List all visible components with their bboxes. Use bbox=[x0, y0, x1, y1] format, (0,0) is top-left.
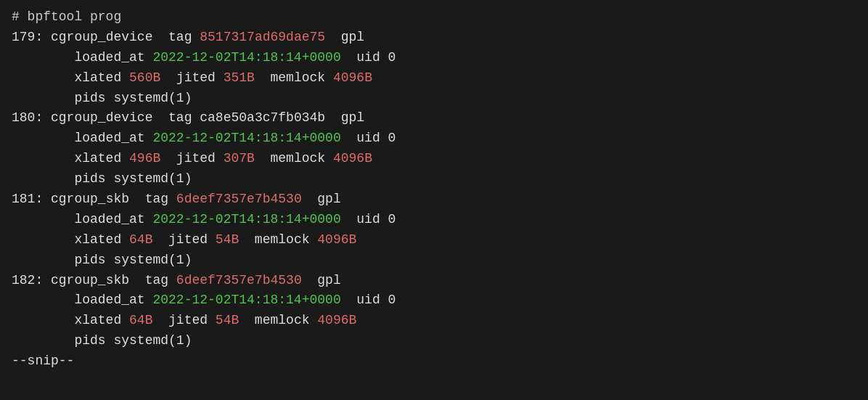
terminal-text: systemd(1) bbox=[113, 253, 192, 267]
terminal-line: 182: cgroup_skb tag 6deef7357e7b4530 gpl bbox=[12, 271, 856, 291]
terminal-text: 496B bbox=[129, 151, 160, 166]
terminal-line: pids systemd(1) bbox=[12, 331, 856, 351]
terminal-text: cgroup_skb bbox=[51, 192, 129, 206]
terminal-text: jited bbox=[152, 232, 215, 247]
terminal-text: tag bbox=[152, 30, 200, 44]
terminal-text: 54B bbox=[216, 232, 239, 247]
terminal-line: 180: cgroup_device tag ca8e50a3c7fb034b … bbox=[12, 108, 856, 128]
terminal-line: xlated 496B jited 307B memlock 4096B bbox=[12, 149, 856, 169]
terminal-text: xlated bbox=[12, 151, 129, 166]
terminal-text: gpl bbox=[302, 192, 341, 206]
terminal-text: memlock bbox=[239, 232, 317, 247]
terminal-text: gpl bbox=[302, 273, 341, 287]
terminal-text: 2022-12-02T14:18:14+0000 bbox=[152, 50, 340, 65]
terminal-text: 4096B bbox=[333, 151, 372, 166]
terminal-text: 54B bbox=[216, 313, 239, 327]
terminal-text: 0 bbox=[388, 212, 396, 226]
terminal-line: xlated 64B jited 54B memlock 4096B bbox=[12, 311, 856, 331]
terminal-text: gpl bbox=[325, 110, 364, 125]
terminal-text: 2022-12-02T14:18:14+0000 bbox=[152, 212, 340, 226]
terminal-text: loaded_at bbox=[12, 50, 152, 65]
terminal-text: jited bbox=[160, 70, 223, 85]
terminal-text: systemd(1) bbox=[113, 91, 192, 105]
terminal-text: loaded_at bbox=[12, 212, 152, 226]
terminal-text: systemd(1) bbox=[113, 333, 192, 348]
terminal-line: xlated 64B jited 54B memlock 4096B bbox=[12, 230, 856, 250]
terminal-text: memlock bbox=[239, 313, 317, 327]
terminal-line: loaded_at 2022-12-02T14:18:14+0000 uid 0 bbox=[12, 290, 856, 311]
terminal-text: 64B bbox=[129, 232, 152, 247]
terminal-text: pids bbox=[12, 253, 113, 267]
terminal-text: cgroup_device bbox=[51, 110, 152, 125]
terminal-text: 180: bbox=[12, 110, 51, 125]
terminal-text: pids bbox=[12, 171, 113, 186]
terminal-text: 307B bbox=[224, 151, 255, 166]
terminal-text: 8517317ad69dae75 bbox=[200, 30, 325, 44]
terminal-text: jited bbox=[152, 313, 215, 327]
terminal-text: 4096B bbox=[333, 70, 372, 85]
terminal-line: loaded_at 2022-12-02T14:18:14+0000 uid 0 bbox=[12, 210, 856, 230]
terminal-text: loaded_at bbox=[12, 131, 152, 145]
terminal-text: memlock bbox=[255, 151, 333, 166]
terminal-text: tag bbox=[129, 273, 176, 287]
terminal-text: ca8e50a3c7fb034b bbox=[200, 110, 325, 125]
terminal-line: 179: cgroup_device tag 8517317ad69dae75 … bbox=[12, 28, 856, 48]
terminal-line: loaded_at 2022-12-02T14:18:14+0000 uid 0 bbox=[12, 48, 856, 68]
terminal-line: loaded_at 2022-12-02T14:18:14+0000 uid 0 bbox=[12, 128, 856, 149]
terminal-text: 351B bbox=[224, 70, 255, 85]
terminal-line: 181: cgroup_skb tag 6deef7357e7b4530 gpl bbox=[12, 189, 856, 210]
terminal-text: 6deef7357e7b4530 bbox=[176, 192, 302, 206]
terminal-text: gpl bbox=[325, 30, 364, 44]
terminal-text: 2022-12-02T14:18:14+0000 bbox=[152, 131, 340, 145]
terminal-text: cgroup_device bbox=[51, 30, 152, 44]
terminal-text: 560B bbox=[129, 70, 160, 85]
terminal-line: --snip-- bbox=[12, 351, 856, 372]
terminal-line: pids systemd(1) bbox=[12, 89, 856, 109]
terminal-text: uid bbox=[341, 212, 388, 226]
terminal-text: xlated bbox=[12, 70, 129, 85]
terminal-text: 2022-12-02T14:18:14+0000 bbox=[152, 293, 340, 307]
terminal-text: 6deef7357e7b4530 bbox=[176, 273, 302, 287]
terminal-text: cgroup_skb bbox=[51, 273, 129, 287]
terminal-text: 182: bbox=[12, 273, 51, 287]
terminal-text: 4096B bbox=[317, 313, 356, 327]
terminal-line: pids systemd(1) bbox=[12, 250, 856, 271]
terminal-text: --snip-- bbox=[12, 354, 74, 368]
terminal-text: tag bbox=[129, 192, 176, 206]
terminal-text: jited bbox=[160, 151, 223, 166]
terminal-text: xlated bbox=[12, 232, 129, 247]
terminal-text: uid bbox=[341, 131, 388, 145]
terminal-text: tag bbox=[152, 110, 200, 125]
terminal-line: pids systemd(1) bbox=[12, 169, 856, 189]
terminal-text: xlated bbox=[12, 313, 129, 327]
terminal-text: uid bbox=[341, 50, 388, 65]
terminal-text: 0 bbox=[388, 50, 396, 65]
terminal-text: 0 bbox=[388, 131, 396, 145]
terminal-text: loaded_at bbox=[12, 293, 152, 307]
terminal-text: 181: bbox=[12, 192, 51, 206]
terminal-text: 64B bbox=[129, 313, 152, 327]
terminal-text: uid bbox=[341, 293, 388, 307]
terminal-line: xlated 560B jited 351B memlock 4096B bbox=[12, 68, 856, 89]
terminal-output: # bpftool prog179: cgroup_device tag 851… bbox=[12, 7, 856, 372]
terminal-text: 0 bbox=[388, 293, 396, 307]
terminal-text: pids bbox=[12, 91, 113, 105]
terminal-line: # bpftool prog bbox=[12, 7, 856, 28]
terminal-text: 4096B bbox=[317, 232, 356, 247]
terminal-text: 179: bbox=[12, 30, 51, 44]
terminal-text: pids bbox=[12, 333, 113, 348]
terminal-text: systemd(1) bbox=[113, 171, 192, 186]
terminal-text: memlock bbox=[255, 70, 333, 85]
terminal-text: # bpftool prog bbox=[12, 9, 121, 24]
